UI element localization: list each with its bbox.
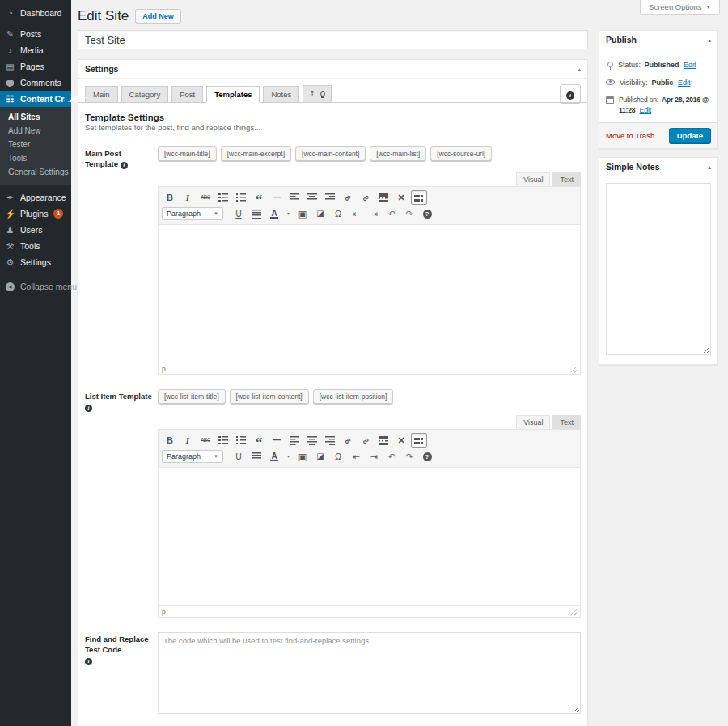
align-right-button[interactable]	[322, 190, 338, 205]
indent-button[interactable]: ⇥	[366, 449, 382, 464]
shortcode-wcc-main-content[interactable]: [wcc-main-content]	[295, 146, 366, 161]
add-new-button[interactable]: Add New	[135, 9, 181, 23]
submenu-item-add-new[interactable]: Add New	[0, 124, 71, 138]
bullet-list-button[interactable]	[215, 433, 231, 448]
edit-visibility-link[interactable]: Edit	[678, 79, 691, 87]
undo-button[interactable]: ↶	[383, 206, 400, 221]
help-button[interactable]: ?	[419, 206, 435, 221]
sidebar-item-collapse-menu[interactable]: Collapse menu	[0, 278, 71, 295]
text-color-button[interactable]: A	[266, 206, 282, 221]
shortcode-wcc-source-url[interactable]: [wcc-source-url]	[430, 146, 492, 161]
justify-button[interactable]	[248, 449, 265, 464]
shortcode-wcc-main-title[interactable]: [wcc-main-title]	[158, 146, 217, 161]
align-left-button[interactable]	[286, 433, 303, 448]
resize-handle[interactable]	[568, 608, 577, 616]
paste-as-text-button[interactable]: ▣	[294, 449, 311, 464]
numbered-list-button[interactable]	[233, 433, 249, 448]
sidebar-item-dashboard[interactable]: Dashboard	[0, 5, 71, 21]
strikethrough-button[interactable]: ABC	[197, 190, 214, 205]
tab-import-export[interactable]	[303, 85, 332, 103]
simple-notes-textarea[interactable]	[606, 183, 711, 355]
underline-button[interactable]: U	[231, 206, 247, 221]
tab-post[interactable]: Post	[171, 86, 203, 103]
distraction-free-button[interactable]: ✕	[393, 433, 409, 448]
tab-notes[interactable]: Notes	[263, 86, 299, 103]
blockquote-button[interactable]: “	[251, 433, 267, 448]
tab-category[interactable]: Category	[121, 86, 169, 103]
info-icon[interactable]: i	[85, 658, 92, 665]
sidebar-item-settings[interactable]: Settings	[0, 254, 71, 270]
link-button[interactable]: ∞	[340, 433, 356, 448]
italic-button[interactable]: I	[180, 433, 196, 448]
bold-button[interactable]: B	[162, 433, 178, 448]
shortcode-wcc-list-item-content[interactable]: [wcc-list-item-content]	[230, 389, 309, 404]
clear-formatting-button[interactable]: ◪	[312, 449, 328, 464]
editor-content-area[interactable]	[159, 225, 580, 363]
shortcode-wcc-main-excerpt[interactable]: [wcc-main-excerpt]	[221, 146, 291, 161]
paste-as-text-button[interactable]: ▣	[294, 206, 311, 221]
justify-button[interactable]	[248, 206, 265, 221]
bold-button[interactable]: B	[162, 190, 178, 205]
visual-tab[interactable]: Visual	[516, 415, 550, 429]
numbered-list-button[interactable]	[233, 190, 249, 205]
sidebar-item-comments[interactable]: Comments	[0, 74, 71, 91]
tab-main[interactable]: Main	[85, 86, 118, 103]
tab-templates[interactable]: Templates	[206, 86, 260, 103]
text-color-button[interactable]: A	[266, 449, 282, 464]
undo-button[interactable]: ↶	[383, 449, 400, 464]
unlink-button[interactable]: ∞	[358, 433, 374, 448]
collapse-arrow-icon[interactable]: ▴	[708, 164, 711, 170]
move-to-trash-link[interactable]: Move to Trash	[606, 131, 654, 140]
redo-button[interactable]: ↷	[401, 449, 417, 464]
toolbar-toggle-button[interactable]	[411, 190, 427, 205]
paragraph-format-select[interactable]: Paragraph ▼	[162, 450, 223, 463]
shortcode-wcc-main-list[interactable]: [wcc-main-list]	[370, 146, 426, 161]
sidebar-item-media[interactable]: Media	[0, 42, 71, 58]
sidebar-item-tools[interactable]: Tools	[0, 238, 71, 254]
text-tab[interactable]: Text	[552, 415, 581, 429]
info-icon[interactable]: i	[85, 405, 92, 412]
paragraph-format-select[interactable]: Paragraph ▼	[162, 207, 223, 220]
clear-formatting-button[interactable]: ◪	[312, 206, 328, 221]
tab-info-button[interactable]: i	[560, 84, 581, 103]
insert-read-more-button[interactable]	[375, 190, 392, 205]
text-color-arrow-button[interactable]: ▾	[284, 206, 293, 221]
shortcode-wcc-list-item-position[interactable]: [wcc-list-item-position]	[313, 389, 394, 404]
sidebar-item-plugins[interactable]: Plugins 1	[0, 206, 71, 222]
outdent-button[interactable]: ⇤	[348, 449, 364, 464]
special-character-button[interactable]: Ω	[330, 206, 346, 221]
submenu-item-general-settings[interactable]: General Settings	[0, 165, 71, 179]
collapse-arrow-icon[interactable]: ▴	[708, 37, 711, 43]
bullet-list-button[interactable]	[215, 190, 231, 205]
resize-handle[interactable]	[568, 365, 577, 373]
edit-status-link[interactable]: Edit	[684, 61, 696, 69]
sidebar-item-appearance[interactable]: Appearance	[0, 189, 71, 206]
edit-published-link[interactable]: Edit	[639, 106, 651, 114]
redo-button[interactable]: ↷	[401, 206, 417, 221]
submenu-item-tools[interactable]: Tools	[0, 151, 71, 165]
special-character-button[interactable]: Ω	[330, 449, 346, 464]
shortcode-wcc-list-item-title[interactable]: [wcc-list-item-title]	[158, 389, 226, 404]
insert-read-more-button[interactable]	[375, 433, 392, 448]
info-icon[interactable]: i	[121, 162, 128, 169]
horizontal-rule-button[interactable]: —	[269, 190, 285, 205]
toolbar-toggle-button[interactable]	[411, 433, 427, 448]
distraction-free-button[interactable]: ✕	[393, 190, 409, 205]
submenu-item-all-sites[interactable]: All Sites	[0, 110, 71, 124]
visual-tab[interactable]: Visual	[516, 172, 550, 186]
submenu-item-tester[interactable]: Tester	[0, 138, 71, 151]
indent-button[interactable]: ⇥	[366, 206, 382, 221]
update-button[interactable]: Update	[669, 128, 711, 143]
horizontal-rule-button[interactable]: —	[269, 433, 285, 448]
text-tab[interactable]: Text	[552, 172, 581, 186]
unlink-button[interactable]: ∞	[358, 190, 374, 205]
align-center-button[interactable]	[304, 433, 320, 448]
align-right-button[interactable]	[322, 433, 338, 448]
collapse-arrow-icon[interactable]: ▴	[578, 66, 581, 72]
sidebar-item-users[interactable]: Users	[0, 222, 71, 238]
outdent-button[interactable]: ⇤	[348, 206, 364, 221]
italic-button[interactable]: I	[180, 190, 196, 205]
underline-button[interactable]: U	[231, 449, 247, 464]
blockquote-button[interactable]: “	[251, 190, 267, 205]
align-center-button[interactable]	[304, 190, 320, 205]
